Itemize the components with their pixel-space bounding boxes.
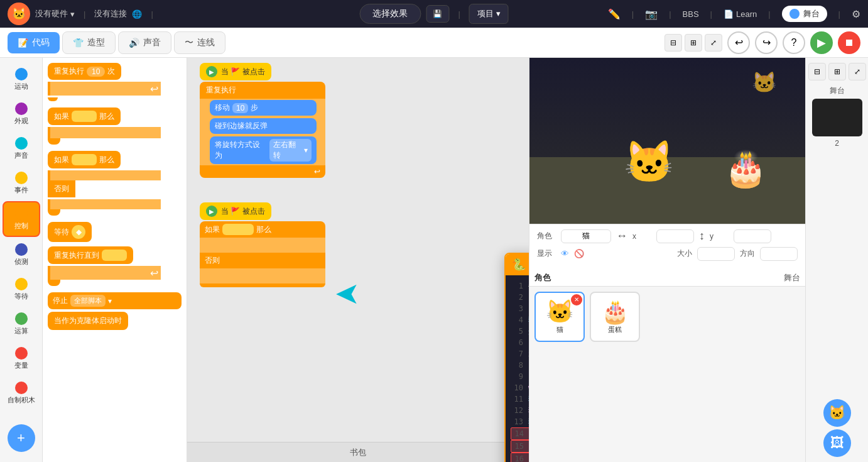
arrow-y-icon: ↕: [699, 229, 705, 243]
props-row-secondary: 显示 👁 🚫 大小 100 方向 90: [537, 247, 798, 261]
appearance-label: 外观: [14, 116, 28, 126]
tabs-area: 📝 代码 👕 造型 🔊 声音 〜 连线: [8, 31, 225, 54]
event-block-1[interactable]: ▶ 当 🚩 被点击: [200, 63, 271, 80]
camera-icon[interactable]: 📷: [645, 8, 658, 20]
sprite-item-cat[interactable]: ✕ 🐱 猫: [534, 292, 585, 342]
line-number: 1: [511, 280, 523, 292]
block-if-else[interactable]: 如果 那么: [48, 151, 121, 168]
hide-eye-button[interactable]: 🚫: [574, 249, 584, 258]
effect-selector[interactable]: 选择效果: [359, 4, 421, 24]
block-repeat-top[interactable]: 重复执行 10 次: [48, 63, 121, 80]
backpack-label: 书包: [350, 447, 366, 458]
sidebar-item-sound[interactable]: 声音: [3, 132, 40, 165]
globe-icon[interactable]: 🌐: [132, 9, 142, 19]
sprite-item-cake[interactable]: 🎂 蛋糕: [590, 292, 640, 342]
sound-label: 声音: [14, 151, 28, 160]
edit-icon[interactable]: ✏️: [608, 8, 621, 20]
tab-connect[interactable]: 〜 连线: [174, 31, 225, 54]
project-button[interactable]: 项目 ▾: [469, 4, 509, 24]
if-condition-2[interactable]: [222, 224, 254, 235]
stage-tab-label[interactable]: 舞台: [784, 272, 800, 283]
sidebar-item-appearance[interactable]: 外观: [3, 97, 40, 131]
learn-button[interactable]: 📄 Learn: [724, 9, 757, 19]
bbs-button[interactable]: BBS: [683, 9, 699, 19]
move-steps[interactable]: 10: [232, 103, 248, 113]
block-if1[interactable]: 如果 那么: [48, 107, 121, 125]
tab-costume[interactable]: 👕 造型: [62, 31, 116, 54]
event-block-2[interactable]: ▶ 当 🚩 被点击: [200, 202, 271, 220]
stage-view-buttons: ⊟ ⊞ ⤢: [808, 63, 866, 80]
save-icon-button[interactable]: 💾: [426, 5, 449, 23]
stop-option[interactable]: 全部脚本: [70, 295, 106, 307]
sound-tab-icon: 🔊: [129, 38, 139, 48]
sidebar-item-control[interactable]: 控制: [3, 201, 40, 237]
line-number: 7: [511, 348, 523, 360]
run-button[interactable]: ▶: [810, 31, 833, 54]
if-else-condition[interactable]: [72, 154, 97, 165]
stage-thumbnail[interactable]: [812, 99, 862, 136]
line-number: 8: [511, 360, 523, 371]
repeat-num[interactable]: 10: [87, 67, 105, 77]
green-flag-2: ▶: [206, 206, 217, 217]
green-flag-1: ▶: [206, 66, 217, 77]
line-code: 猫.motion_ifonedgebounce(): [528, 405, 529, 416]
sidebar-item-motion[interactable]: 运动: [3, 63, 40, 96]
stage-layout-1[interactable]: ⊟: [808, 63, 826, 80]
script-container: ▶ 当 🚩 被点击 重复执行 移动 10 步: [187, 58, 529, 462]
costume-tab-icon: 👕: [73, 38, 84, 48]
sidebar-item-sensing[interactable]: 侦测: [3, 238, 40, 272]
add-extension-button[interactable]: +: [8, 424, 35, 452]
gear-icon[interactable]: ⚙: [852, 8, 860, 20]
stage-fullscreen[interactable]: ⤢: [849, 63, 866, 80]
backpack-bar[interactable]: 书包: [187, 442, 529, 462]
sprite-name-input[interactable]: [561, 229, 611, 243]
bounce-block[interactable]: 碰到边缘就反弹: [210, 118, 317, 134]
help-button[interactable]: ?: [783, 31, 805, 54]
block-repeat-until[interactable]: 重复执行直到: [48, 246, 133, 264]
repeat-top-1[interactable]: 重复执行: [200, 82, 325, 99]
script-area[interactable]: ▶ 当 🚩 被点击 重复执行 移动 10 步: [187, 58, 529, 462]
layout-full-btn[interactable]: ⊞: [685, 34, 702, 52]
sidebar-item-variables[interactable]: 变量: [3, 342, 40, 375]
y-input[interactable]: -40: [734, 229, 771, 243]
if-condition[interactable]: [72, 111, 97, 122]
block-clone-start[interactable]: 当作为克隆体启动时: [48, 312, 128, 330]
rotation-block[interactable]: 将旋转方式设为 左右翻转 ▾: [210, 136, 317, 164]
move-block[interactable]: 移动 10 步: [210, 100, 317, 116]
show-eye-button[interactable]: 👁: [561, 249, 569, 258]
cat-delete-button[interactable]: ✕: [571, 294, 582, 305]
redo-button[interactable]: ↪: [755, 31, 778, 54]
x-input[interactable]: -179: [656, 229, 694, 243]
line-code: 猫 = Sprite("猫"): [528, 314, 529, 326]
undo-button[interactable]: ↩: [727, 31, 750, 54]
rotation-val[interactable]: 左右翻转 ▾: [269, 139, 312, 162]
stage-button[interactable]: 舞台: [782, 6, 827, 22]
hardware-button[interactable]: 没有硬件 ▾: [35, 8, 75, 19]
if-block-2[interactable]: 如果 那么: [200, 221, 325, 238]
sidebar-item-operators[interactable]: 运算: [3, 307, 40, 341]
tab-sound[interactable]: 🔊 声音: [118, 31, 171, 54]
block-wait[interactable]: 等待 ◆: [48, 222, 92, 242]
stop-button[interactable]: ⏹: [838, 31, 860, 54]
repeat-until-cond[interactable]: [102, 250, 127, 261]
motion-dot: [15, 68, 28, 80]
direction-input[interactable]: 90: [760, 247, 798, 261]
size-input[interactable]: 100: [697, 247, 735, 261]
y-label: y: [710, 232, 729, 241]
connect-button[interactable]: 没有连接: [94, 8, 127, 19]
sidebar-item-myblocks[interactable]: 自制积木: [3, 377, 40, 410]
block-stop[interactable]: 停止 全部脚本 ▾: [48, 292, 182, 309]
stage-layout-2[interactable]: ⊞: [828, 63, 846, 80]
layout-expand-btn[interactable]: ⤢: [705, 34, 722, 52]
sep4: |: [632, 9, 634, 19]
sensing-label: 侦测: [14, 257, 28, 267]
top-nav: 🐱 没有硬件 ▾ | 没有连接 🌐 | 选择效果 💾 | 项目 ▾ ✏️ | 📷…: [0, 0, 868, 28]
sidebar-item-events[interactable]: 事件: [3, 167, 40, 200]
sidebar-item-wait[interactable]: 等待: [3, 273, 40, 306]
sprites-tab-label[interactable]: 角色: [534, 272, 551, 283]
add-sprite-button[interactable]: 🐱: [823, 399, 851, 427]
layout-split-btn[interactable]: ⊟: [665, 34, 682, 52]
add-backdrop-button[interactable]: 🖼: [823, 429, 851, 457]
arrow-indicator: ➤: [335, 278, 360, 313]
tab-code[interactable]: 📝 代码: [8, 32, 60, 53]
